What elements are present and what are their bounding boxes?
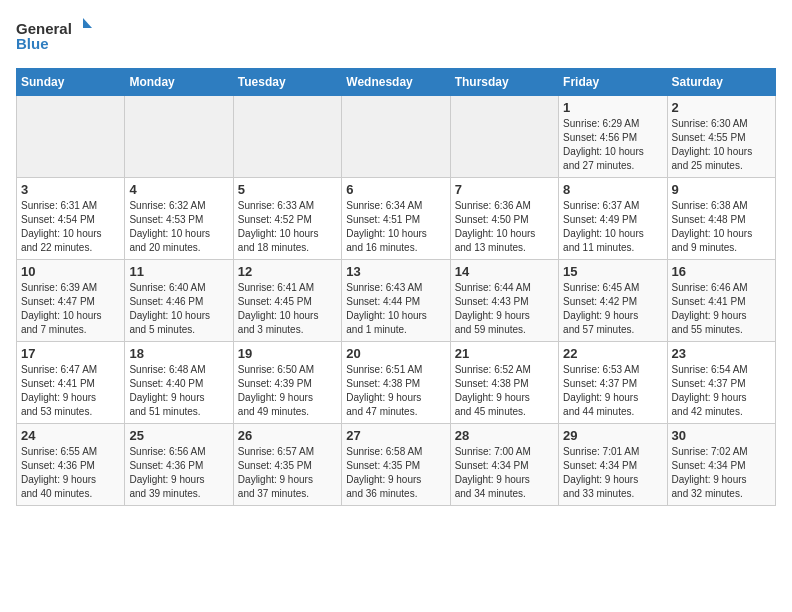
day-number: 15	[563, 264, 662, 279]
calendar-cell	[342, 96, 450, 178]
day-info: Sunrise: 6:46 AM Sunset: 4:41 PM Dayligh…	[672, 281, 771, 337]
calendar-cell: 26Sunrise: 6:57 AM Sunset: 4:35 PM Dayli…	[233, 424, 341, 506]
day-info: Sunrise: 6:40 AM Sunset: 4:46 PM Dayligh…	[129, 281, 228, 337]
day-info: Sunrise: 6:36 AM Sunset: 4:50 PM Dayligh…	[455, 199, 554, 255]
day-info: Sunrise: 6:44 AM Sunset: 4:43 PM Dayligh…	[455, 281, 554, 337]
day-info: Sunrise: 6:45 AM Sunset: 4:42 PM Dayligh…	[563, 281, 662, 337]
weekday-header-tuesday: Tuesday	[233, 69, 341, 96]
day-number: 12	[238, 264, 337, 279]
day-info: Sunrise: 6:29 AM Sunset: 4:56 PM Dayligh…	[563, 117, 662, 173]
day-number: 14	[455, 264, 554, 279]
page-header: GeneralBlue	[16, 16, 776, 56]
weekday-header-sunday: Sunday	[17, 69, 125, 96]
calendar-cell: 10Sunrise: 6:39 AM Sunset: 4:47 PM Dayli…	[17, 260, 125, 342]
calendar-cell: 4Sunrise: 6:32 AM Sunset: 4:53 PM Daylig…	[125, 178, 233, 260]
day-number: 27	[346, 428, 445, 443]
calendar-week-row: 3Sunrise: 6:31 AM Sunset: 4:54 PM Daylig…	[17, 178, 776, 260]
calendar-cell	[450, 96, 558, 178]
day-number: 13	[346, 264, 445, 279]
day-info: Sunrise: 7:02 AM Sunset: 4:34 PM Dayligh…	[672, 445, 771, 501]
day-number: 6	[346, 182, 445, 197]
day-info: Sunrise: 6:31 AM Sunset: 4:54 PM Dayligh…	[21, 199, 120, 255]
day-number: 11	[129, 264, 228, 279]
day-info: Sunrise: 6:34 AM Sunset: 4:51 PM Dayligh…	[346, 199, 445, 255]
calendar-cell: 16Sunrise: 6:46 AM Sunset: 4:41 PM Dayli…	[667, 260, 775, 342]
calendar-cell: 18Sunrise: 6:48 AM Sunset: 4:40 PM Dayli…	[125, 342, 233, 424]
day-info: Sunrise: 6:50 AM Sunset: 4:39 PM Dayligh…	[238, 363, 337, 419]
day-number: 8	[563, 182, 662, 197]
day-info: Sunrise: 7:00 AM Sunset: 4:34 PM Dayligh…	[455, 445, 554, 501]
logo-icon: GeneralBlue	[16, 16, 96, 56]
weekday-header-thursday: Thursday	[450, 69, 558, 96]
calendar-cell	[17, 96, 125, 178]
day-number: 30	[672, 428, 771, 443]
calendar-cell: 13Sunrise: 6:43 AM Sunset: 4:44 PM Dayli…	[342, 260, 450, 342]
day-number: 2	[672, 100, 771, 115]
day-number: 17	[21, 346, 120, 361]
day-number: 29	[563, 428, 662, 443]
day-number: 20	[346, 346, 445, 361]
day-info: Sunrise: 6:51 AM Sunset: 4:38 PM Dayligh…	[346, 363, 445, 419]
day-number: 5	[238, 182, 337, 197]
calendar-cell: 27Sunrise: 6:58 AM Sunset: 4:35 PM Dayli…	[342, 424, 450, 506]
day-number: 28	[455, 428, 554, 443]
calendar-cell: 1Sunrise: 6:29 AM Sunset: 4:56 PM Daylig…	[559, 96, 667, 178]
day-number: 4	[129, 182, 228, 197]
day-info: Sunrise: 6:54 AM Sunset: 4:37 PM Dayligh…	[672, 363, 771, 419]
day-number: 18	[129, 346, 228, 361]
day-number: 22	[563, 346, 662, 361]
calendar-cell: 9Sunrise: 6:38 AM Sunset: 4:48 PM Daylig…	[667, 178, 775, 260]
day-info: Sunrise: 6:52 AM Sunset: 4:38 PM Dayligh…	[455, 363, 554, 419]
calendar-cell: 24Sunrise: 6:55 AM Sunset: 4:36 PM Dayli…	[17, 424, 125, 506]
day-info: Sunrise: 6:56 AM Sunset: 4:36 PM Dayligh…	[129, 445, 228, 501]
calendar-cell: 25Sunrise: 6:56 AM Sunset: 4:36 PM Dayli…	[125, 424, 233, 506]
day-info: Sunrise: 7:01 AM Sunset: 4:34 PM Dayligh…	[563, 445, 662, 501]
calendar-week-row: 17Sunrise: 6:47 AM Sunset: 4:41 PM Dayli…	[17, 342, 776, 424]
day-number: 19	[238, 346, 337, 361]
weekday-header-friday: Friday	[559, 69, 667, 96]
day-number: 24	[21, 428, 120, 443]
day-info: Sunrise: 6:37 AM Sunset: 4:49 PM Dayligh…	[563, 199, 662, 255]
day-number: 9	[672, 182, 771, 197]
calendar-cell: 17Sunrise: 6:47 AM Sunset: 4:41 PM Dayli…	[17, 342, 125, 424]
calendar-table: SundayMondayTuesdayWednesdayThursdayFrid…	[16, 68, 776, 506]
calendar-week-row: 24Sunrise: 6:55 AM Sunset: 4:36 PM Dayli…	[17, 424, 776, 506]
day-info: Sunrise: 6:39 AM Sunset: 4:47 PM Dayligh…	[21, 281, 120, 337]
calendar-cell: 23Sunrise: 6:54 AM Sunset: 4:37 PM Dayli…	[667, 342, 775, 424]
calendar-cell: 20Sunrise: 6:51 AM Sunset: 4:38 PM Dayli…	[342, 342, 450, 424]
calendar-cell: 2Sunrise: 6:30 AM Sunset: 4:55 PM Daylig…	[667, 96, 775, 178]
calendar-cell: 28Sunrise: 7:00 AM Sunset: 4:34 PM Dayli…	[450, 424, 558, 506]
calendar-cell: 29Sunrise: 7:01 AM Sunset: 4:34 PM Dayli…	[559, 424, 667, 506]
day-number: 23	[672, 346, 771, 361]
day-info: Sunrise: 6:53 AM Sunset: 4:37 PM Dayligh…	[563, 363, 662, 419]
day-info: Sunrise: 6:43 AM Sunset: 4:44 PM Dayligh…	[346, 281, 445, 337]
day-info: Sunrise: 6:38 AM Sunset: 4:48 PM Dayligh…	[672, 199, 771, 255]
day-info: Sunrise: 6:33 AM Sunset: 4:52 PM Dayligh…	[238, 199, 337, 255]
weekday-header-row: SundayMondayTuesdayWednesdayThursdayFrid…	[17, 69, 776, 96]
calendar-cell: 30Sunrise: 7:02 AM Sunset: 4:34 PM Dayli…	[667, 424, 775, 506]
day-info: Sunrise: 6:32 AM Sunset: 4:53 PM Dayligh…	[129, 199, 228, 255]
day-info: Sunrise: 6:58 AM Sunset: 4:35 PM Dayligh…	[346, 445, 445, 501]
calendar-cell: 7Sunrise: 6:36 AM Sunset: 4:50 PM Daylig…	[450, 178, 558, 260]
day-number: 3	[21, 182, 120, 197]
calendar-cell: 15Sunrise: 6:45 AM Sunset: 4:42 PM Dayli…	[559, 260, 667, 342]
day-number: 26	[238, 428, 337, 443]
day-number: 16	[672, 264, 771, 279]
day-number: 21	[455, 346, 554, 361]
calendar-cell: 21Sunrise: 6:52 AM Sunset: 4:38 PM Dayli…	[450, 342, 558, 424]
day-number: 25	[129, 428, 228, 443]
day-info: Sunrise: 6:41 AM Sunset: 4:45 PM Dayligh…	[238, 281, 337, 337]
day-info: Sunrise: 6:55 AM Sunset: 4:36 PM Dayligh…	[21, 445, 120, 501]
day-number: 10	[21, 264, 120, 279]
calendar-cell: 19Sunrise: 6:50 AM Sunset: 4:39 PM Dayli…	[233, 342, 341, 424]
calendar-cell: 5Sunrise: 6:33 AM Sunset: 4:52 PM Daylig…	[233, 178, 341, 260]
calendar-cell: 8Sunrise: 6:37 AM Sunset: 4:49 PM Daylig…	[559, 178, 667, 260]
calendar-week-row: 10Sunrise: 6:39 AM Sunset: 4:47 PM Dayli…	[17, 260, 776, 342]
calendar-cell: 6Sunrise: 6:34 AM Sunset: 4:51 PM Daylig…	[342, 178, 450, 260]
day-info: Sunrise: 6:57 AM Sunset: 4:35 PM Dayligh…	[238, 445, 337, 501]
calendar-week-row: 1Sunrise: 6:29 AM Sunset: 4:56 PM Daylig…	[17, 96, 776, 178]
calendar-cell: 11Sunrise: 6:40 AM Sunset: 4:46 PM Dayli…	[125, 260, 233, 342]
calendar-cell	[125, 96, 233, 178]
day-number: 7	[455, 182, 554, 197]
calendar-cell: 14Sunrise: 6:44 AM Sunset: 4:43 PM Dayli…	[450, 260, 558, 342]
